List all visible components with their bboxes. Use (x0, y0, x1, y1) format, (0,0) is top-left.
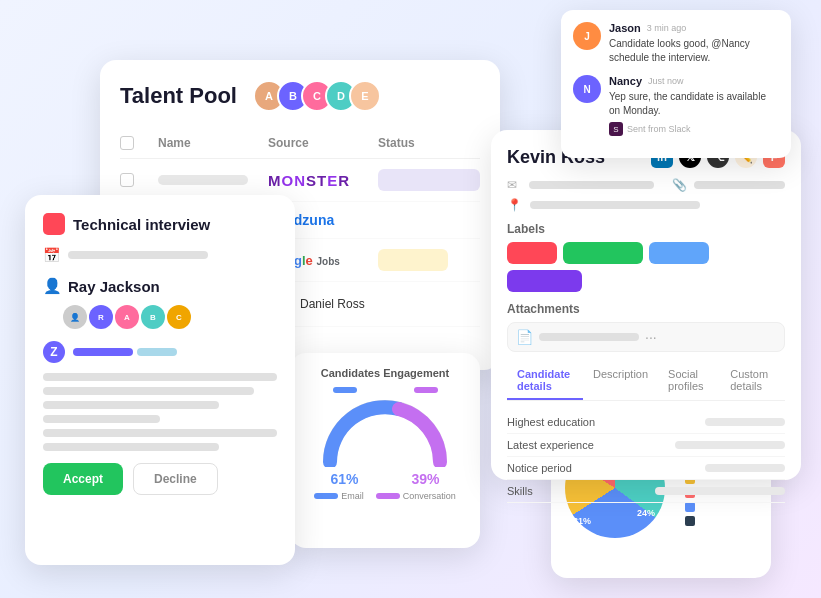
tab-candidate-details[interactable]: Candidate details (507, 362, 583, 400)
text-line (43, 415, 160, 423)
legend-dark (685, 516, 700, 526)
monster-logo: MONSTER (268, 172, 370, 189)
mini-avatar: 👤 (63, 305, 87, 329)
z-badge: Z (43, 341, 277, 363)
location-row: 📍 (507, 198, 785, 212)
donut-percentages: 61% 39% (304, 471, 466, 487)
nancy-text: Yep sure, the candidate is available on … (609, 90, 779, 118)
detail-label: Highest education (507, 416, 595, 428)
detail-value-bar (705, 418, 785, 426)
jason-sender-row: Jason 3 min ago (609, 22, 779, 34)
email-row: ✉ 📎 (507, 178, 785, 192)
attachments-section: Attachments 📄 ··· (507, 302, 785, 352)
attachments-title: Attachments (507, 302, 785, 316)
jason-name: Jason (609, 22, 641, 34)
legend-item-email: Email (314, 491, 364, 501)
chat-message-jason: J Jason 3 min ago Candidate looks good, … (573, 22, 779, 65)
pct-blue: 61% (330, 471, 358, 487)
engagement-legend-bars (304, 387, 466, 393)
legend-conv-label: Conversation (403, 491, 456, 501)
detail-value-bar (655, 487, 785, 495)
phone-icon: 📎 (672, 178, 686, 192)
chart-legend: Email Conversation (304, 491, 466, 501)
location-icon: 📍 (507, 198, 522, 212)
person-icon: 👤 (43, 277, 62, 295)
legend-blue (685, 502, 700, 512)
profile-card: Technical interview 📅 👤 Ray Jackson 👤 R … (25, 195, 295, 565)
talent-pool-header: Talent Pool A B C D E (120, 80, 480, 112)
z-icon: Z (43, 341, 65, 363)
legend-item-conversation: Conversation (376, 491, 456, 501)
avatar: E (349, 80, 381, 112)
text-line (43, 401, 219, 409)
tab-description[interactable]: Description (583, 362, 658, 400)
kevin-ross-card: Kevin Ross in 𝕏 ⌥ ✏️ F ✉ 📎 📍 Labels Atta… (491, 130, 801, 480)
detail-label: Notice period (507, 462, 572, 474)
label-chip (649, 242, 709, 264)
nancy-name: Nancy (609, 75, 642, 87)
name-bar (158, 175, 248, 185)
talent-pool-avatars: A B C D E (253, 80, 381, 112)
slack-badge: S Sent from Slack (609, 122, 779, 136)
location-bar (530, 201, 700, 209)
text-line (43, 387, 254, 395)
slack-text: Sent from Slack (627, 124, 691, 134)
mini-avatar: B (141, 305, 165, 329)
legend-email-label: Email (341, 491, 364, 501)
legend-email-color (314, 493, 338, 499)
mini-avatar: C (167, 305, 191, 329)
nancy-bubble: Nancy Just now Yep sure, the candidate i… (609, 75, 779, 136)
badge-label: Technical interview (73, 216, 210, 233)
labels-section: Labels (507, 222, 785, 292)
donut-chart-svg (320, 397, 450, 467)
chat-message-nancy: N Nancy Just now Yep sure, the candidate… (573, 75, 779, 136)
nancy-avatar: N (573, 75, 601, 103)
status-bar (378, 169, 480, 191)
label-chip (507, 270, 582, 292)
detail-label: Skills (507, 485, 533, 497)
select-all-checkbox[interactable] (120, 136, 134, 150)
phone-bar (694, 181, 785, 189)
decline-button[interactable]: Decline (133, 463, 218, 495)
calendar-icon: 📅 (43, 247, 60, 263)
nancy-time: Just now (648, 76, 684, 86)
action-buttons: Accept Decline (43, 463, 277, 495)
engagement-chart-title: Candidates Engagement (304, 367, 466, 379)
tab-social-profiles[interactable]: Social profiles (658, 362, 720, 400)
file-name-bar (539, 333, 639, 341)
col-source: Source (268, 136, 370, 150)
chat-card: J Jason 3 min ago Candidate looks good, … (561, 10, 791, 158)
jason-time: 3 min ago (647, 23, 687, 33)
pct-purple: 39% (411, 471, 439, 487)
detail-row-skills: Skills (507, 480, 785, 503)
attachment-file[interactable]: 📄 ··· (507, 322, 785, 352)
talent-pool-title: Talent Pool (120, 83, 237, 109)
engagement-chart-card: Candidates Engagement 61% 39% Email Conv… (290, 353, 480, 548)
tab-custom-details[interactable]: Custom details (720, 362, 785, 400)
file-icon: 📄 (516, 329, 533, 345)
legend-dot-blue (685, 502, 695, 512)
email-bar (529, 181, 654, 189)
mini-avatars: 👤 R A B C (63, 305, 277, 329)
calendar-row: 📅 (43, 247, 277, 263)
detail-row-experience: Latest experience (507, 434, 785, 457)
status-bar (378, 249, 448, 271)
legend-purple-bar (414, 387, 438, 393)
text-lines (43, 373, 277, 451)
slack-icon: S (609, 122, 623, 136)
legend-dot-dark (685, 516, 695, 526)
pie-pct-24: 24% (637, 508, 655, 518)
jason-avatar: J (573, 22, 601, 50)
detail-row-education: Highest education (507, 411, 785, 434)
detail-value-bar (675, 441, 785, 449)
candidate-name: 👤 Ray Jackson (43, 277, 277, 295)
label-chip (563, 242, 643, 264)
detail-label: Latest experience (507, 439, 594, 451)
tabs-row: Candidate details Description Social pro… (507, 362, 785, 401)
legend-conv-color (376, 493, 400, 499)
accept-button[interactable]: Accept (43, 463, 123, 495)
text-line (43, 443, 219, 451)
file-options-icon[interactable]: ··· (645, 329, 657, 345)
row-checkbox[interactable] (120, 173, 134, 187)
text-line (43, 429, 277, 437)
